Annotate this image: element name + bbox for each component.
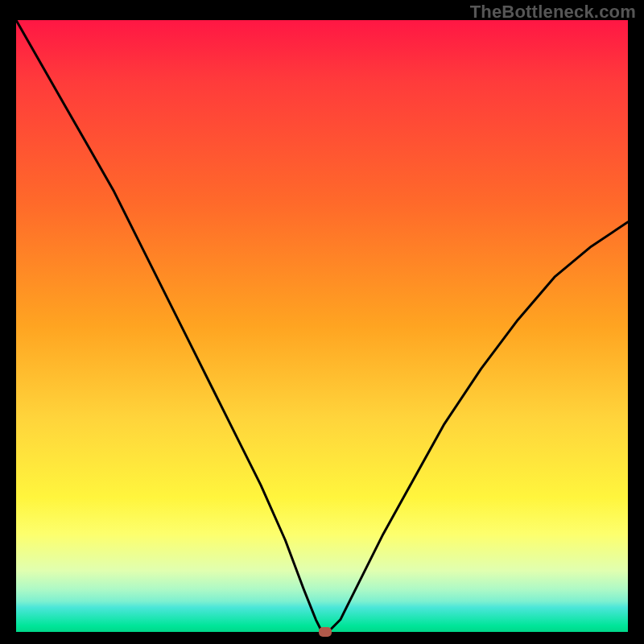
plot-area: [16, 20, 628, 632]
curve-svg: [16, 20, 628, 632]
bottleneck-curve: [16, 20, 628, 632]
minimum-marker: [319, 627, 332, 637]
watermark-text: TheBottleneck.com: [470, 2, 636, 23]
chart-frame: TheBottleneck.com: [0, 0, 644, 644]
